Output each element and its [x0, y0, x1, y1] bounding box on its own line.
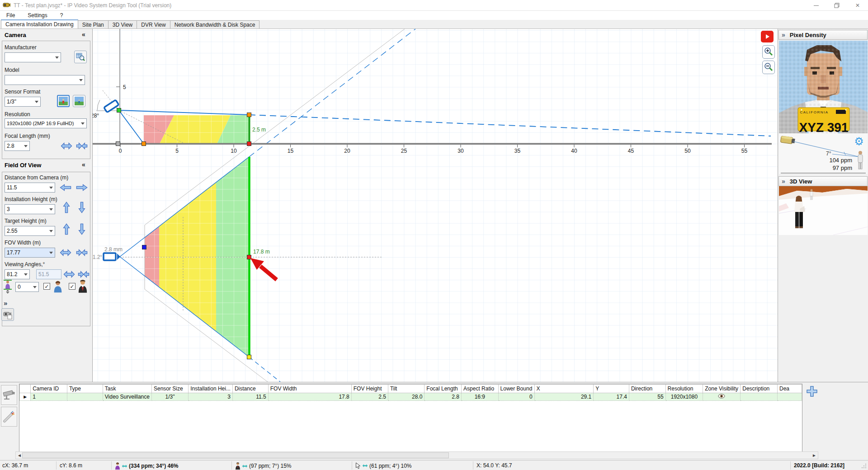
camera-section-collapse-button[interactable]: « [80, 31, 88, 38]
lower-target-button[interactable] [78, 223, 86, 235]
minimize-button[interactable] [806, 0, 826, 11]
scroll-left-icon[interactable]: ◄ [17, 453, 22, 458]
cell-sensor-size[interactable]: 1/3" [151, 393, 188, 401]
column-header-lower-bound[interactable]: Lower Bound [498, 385, 534, 393]
widen-angle-button[interactable] [63, 270, 75, 278]
column-header-fov-width[interactable]: FOV Width [268, 385, 351, 393]
resize-grip[interactable] [862, 464, 867, 469]
table-hscrollbar[interactable]: ◄ ► [15, 451, 818, 459]
cell-resolution[interactable]: 1920x1080 [665, 393, 703, 401]
add-row-button[interactable] [806, 385, 818, 397]
narrow-fov-width-button[interactable] [76, 249, 88, 257]
cell-lower-bound[interactable]: 0 [498, 393, 534, 401]
column-header-resolution[interactable]: Resolution [665, 385, 703, 393]
collapse-chevron-icon[interactable]: » [782, 31, 785, 38]
column-header-type[interactable]: Type [67, 385, 103, 393]
add-camera-tool-button[interactable] [1, 308, 14, 321]
narrow-angle-button[interactable] [78, 270, 90, 278]
tab-network-bandwidth-disk-space[interactable]: Network Bandwidth & Disk Space [170, 20, 260, 28]
cameras-list-tool-button[interactable] [1, 385, 17, 405]
widen-fov-button[interactable] [61, 142, 72, 150]
column-header-distance[interactable]: Distance [232, 385, 268, 393]
lower-camera-button[interactable] [78, 202, 86, 213]
cell-distance[interactable]: 11.5 [232, 393, 268, 401]
pixel-density-header[interactable]: » Pixel Density [778, 30, 868, 40]
fov-width-select[interactable]: 17.77 [5, 248, 55, 258]
cell-type[interactable] [67, 393, 103, 401]
person-height-select[interactable]: 0 [15, 282, 39, 292]
column-header-zone-visibility[interactable]: Zone Visibility [703, 385, 741, 393]
table-row[interactable]: ▶1Video Surveillance1/3"311.517.82.528.0… [20, 393, 802, 401]
column-header-sensor-size[interactable]: Sensor Size [151, 385, 188, 393]
viewing-angle-h-select[interactable]: 81.2 [5, 269, 30, 279]
cell-y[interactable]: 17.4 [594, 393, 629, 401]
cables-tool-button[interactable] [1, 407, 17, 427]
tab-3d-view[interactable]: 3D View [108, 20, 137, 28]
target-height-select[interactable]: 2.55 [5, 226, 55, 236]
column-header-x[interactable]: X [534, 385, 594, 393]
cell-fov-width[interactable]: 17.8 [268, 393, 351, 401]
column-header-description[interactable]: Description [741, 385, 778, 393]
column-header-fov-height[interactable]: FOV Height [351, 385, 388, 393]
installation-height-select[interactable]: 3 [5, 204, 55, 214]
zoom-in-button[interactable] [762, 45, 775, 59]
column-header-camera-id[interactable]: Camera ID [31, 385, 67, 393]
cell-task[interactable]: Video Surveillance [103, 393, 151, 401]
raise-camera-button[interactable] [62, 202, 71, 213]
plan-near-handle[interactable] [142, 245, 146, 249]
cell-installation-hei-[interactable]: 3 [189, 393, 233, 401]
show-man-checkbox[interactable]: ✓ [69, 283, 75, 290]
close-button[interactable]: ✕ [847, 0, 868, 11]
manufacturer-select[interactable] [5, 52, 61, 62]
column-header-y[interactable]: Y [594, 385, 629, 393]
pixel-density-settings-button[interactable]: ⚙ [852, 135, 866, 148]
narrow-fov-button[interactable] [76, 142, 88, 150]
menu-item-file[interactable]: File [0, 11, 21, 19]
plan-canvas[interactable]: 5 0510152025303540455055 2.5 m 17.8 m 28… [93, 29, 778, 382]
view-mode-landscape-button[interactable] [73, 95, 85, 107]
cell-description[interactable] [741, 393, 778, 401]
expand-panel-button[interactable]: » [4, 299, 7, 307]
distance-select[interactable]: 11.5 [5, 183, 55, 193]
tab-dvr-view[interactable]: DVR View [137, 20, 170, 28]
column-header-dea[interactable]: Dea [778, 385, 802, 393]
cell-x[interactable]: 29.1 [534, 393, 594, 401]
top-fov-handle[interactable] [247, 113, 251, 117]
view-mode-portrait-button[interactable] [57, 95, 70, 107]
plan-center-handle[interactable] [247, 255, 251, 259]
scroll-right-icon[interactable]: ► [812, 453, 816, 458]
ground-target-handle[interactable] [247, 142, 251, 146]
plan-bottom-handle[interactable] [247, 355, 251, 359]
column-header-installation-hei-[interactable]: Installation Hei... [189, 385, 233, 393]
cell-zone-visibility[interactable] [703, 393, 741, 401]
decrease-distance-button[interactable] [60, 183, 71, 192]
near-edge-handle[interactable] [142, 142, 146, 146]
camera-search-button[interactable] [74, 51, 87, 63]
cell-direction[interactable]: 55 [629, 393, 665, 401]
cell-fov-height[interactable]: 2.5 [351, 393, 388, 401]
zoom-out-button[interactable] [762, 61, 775, 74]
youtube-help-button[interactable] [761, 31, 774, 42]
restore-button[interactable] [826, 0, 847, 11]
raise-target-button[interactable] [62, 223, 71, 235]
cell-tilt[interactable]: 28.0 [388, 393, 424, 401]
tab-site-plan[interactable]: Site Plan [78, 20, 108, 28]
column-header-tilt[interactable]: Tilt [388, 385, 424, 393]
column-header-direction[interactable]: Direction [629, 385, 665, 393]
menu-item-settings[interactable]: Settings [21, 11, 53, 19]
collapse-chevron-icon[interactable]: » [782, 178, 785, 185]
sensor-format-select[interactable]: 1/3" [5, 97, 41, 107]
column-header-aspect-ratio[interactable]: Aspect Ratio [462, 385, 499, 393]
menu-item-[interactable]: ? [54, 11, 70, 19]
tab-camera-installation-drawing[interactable]: Camera Installation Drawing [1, 19, 78, 28]
fov-section-collapse-button[interactable]: « [80, 161, 88, 168]
resolution-select[interactable]: 1920x1080 (2MP 16:9 FullHD) [5, 118, 87, 128]
cell-focal-length[interactable]: 2.8 [425, 393, 462, 401]
column-header-task[interactable]: Task [103, 385, 151, 393]
scrollbar-thumb[interactable] [22, 452, 449, 458]
cell-aspect-ratio[interactable]: 16:9 [462, 393, 499, 401]
origin-handle[interactable] [116, 142, 120, 146]
increase-distance-button[interactable] [76, 183, 88, 192]
cell-dea[interactable] [778, 393, 802, 401]
show-woman-checkbox[interactable]: ✓ [43, 283, 50, 290]
